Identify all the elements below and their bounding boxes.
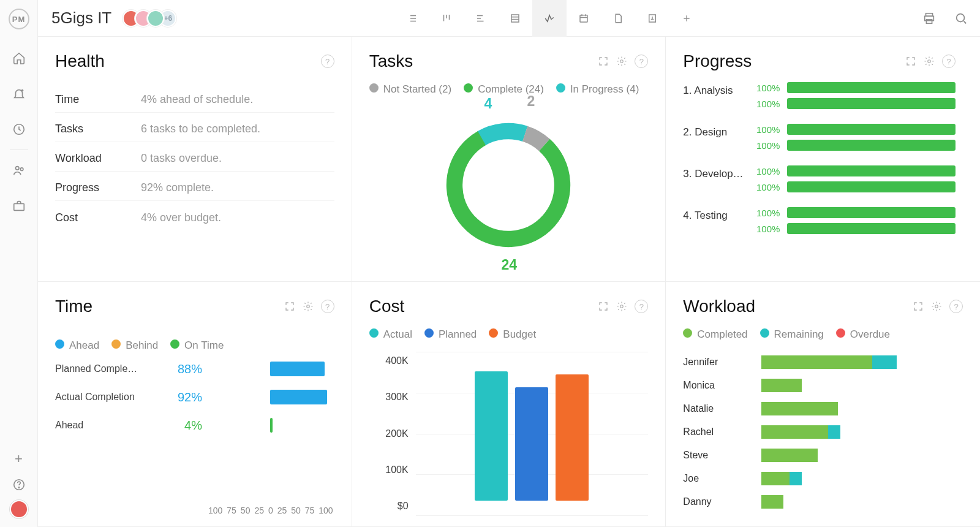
panel-title-workload: Workload	[683, 297, 913, 316]
progress-pct: 100%	[750, 140, 780, 151]
expand-icon[interactable]	[598, 56, 609, 67]
workload-seg	[872, 355, 896, 369]
health-row: Workload0 tasks overdue.	[55, 146, 334, 172]
svg-point-18	[928, 60, 931, 63]
panel-title-tasks: Tasks	[369, 51, 598, 71]
help-icon[interactable]: ?	[635, 55, 648, 68]
workload-row: Natalie	[683, 397, 963, 420]
svg-point-21	[935, 305, 938, 308]
view-board-icon[interactable]	[429, 0, 464, 37]
panel-health: Health ? Time4% ahead of schedule.Tasks6…	[38, 37, 352, 282]
help-icon[interactable]: ?	[635, 300, 648, 313]
gear-icon[interactable]	[616, 301, 627, 312]
health-label: Workload	[55, 152, 141, 165]
view-switcher	[189, 0, 910, 37]
health-row: Progress92% complete.	[55, 175, 334, 201]
expand-icon[interactable]	[598, 301, 609, 312]
health-value: 6 tasks to be completed.	[141, 123, 260, 135]
legend-item: Actual	[369, 328, 412, 341]
team-icon[interactable]	[11, 162, 27, 178]
workload-name: Jennifer	[683, 357, 761, 368]
progress-row: 1. Analysis100%100%	[683, 82, 956, 109]
time-row: Actual Completion92%	[55, 389, 332, 406]
gear-icon[interactable]	[303, 301, 314, 312]
time-bar	[270, 418, 273, 433]
axis-tick: 75	[305, 506, 315, 515]
expand-icon[interactable]	[913, 301, 924, 312]
y-tick: 300K	[385, 392, 408, 403]
health-value: 4% ahead of schedule.	[141, 93, 253, 106]
progress-pct: 100%	[750, 124, 780, 135]
panel-title-progress: Progress	[683, 51, 905, 71]
workload-row: Joe	[683, 467, 963, 490]
help-icon[interactable]: ?	[949, 300, 963, 313]
briefcase-icon[interactable]	[11, 198, 27, 214]
view-gantt-icon[interactable]	[464, 0, 498, 37]
home-icon[interactable]	[11, 50, 27, 66]
progress-bar	[787, 124, 956, 135]
progress-name: 4. Testing	[683, 207, 750, 222]
gear-icon[interactable]	[616, 56, 627, 67]
health-label: Time	[55, 93, 141, 106]
print-icon[interactable]	[922, 12, 936, 25]
health-value: 4% over budget.	[141, 211, 221, 224]
help-icon[interactable]: ?	[942, 55, 956, 68]
member-avatars[interactable]: +6	[127, 10, 176, 27]
time-row-label: Planned Comple…	[55, 363, 153, 374]
time-row-pct: 4%	[153, 419, 202, 433]
cost-bar	[556, 374, 589, 501]
time-bar	[270, 362, 325, 376]
progress-bar	[787, 181, 956, 192]
add-button[interactable]: +	[15, 451, 23, 467]
legend-item: Remaining	[760, 328, 824, 341]
view-list-icon[interactable]	[395, 0, 429, 37]
gear-icon[interactable]	[931, 301, 942, 312]
progress-bar	[787, 98, 956, 109]
view-file-icon[interactable]	[601, 0, 635, 37]
axis-tick: 50	[241, 506, 251, 515]
health-label: Tasks	[55, 123, 141, 135]
workload-name: Natalie	[683, 403, 761, 414]
expand-icon[interactable]	[905, 56, 916, 67]
app-logo[interactable]: PM	[9, 9, 29, 29]
workload-seg	[761, 449, 818, 462]
tasks-donut: 4224	[369, 99, 649, 270]
progress-bar	[787, 207, 956, 218]
y-tick: 200K	[385, 428, 408, 439]
project-title: 5Gigs IT	[51, 9, 111, 28]
svg-point-6	[18, 487, 19, 488]
axis-tick: 100	[318, 506, 333, 515]
svg-point-3	[20, 168, 23, 171]
clock-icon[interactable]	[11, 121, 27, 137]
search-icon[interactable]	[954, 12, 968, 25]
workload-row: Jennifer	[683, 351, 963, 374]
legend-item: In Progress (4)	[556, 83, 639, 96]
time-row: Ahead4%	[55, 417, 332, 434]
donut-value: 4	[484, 96, 492, 112]
view-dashboard-icon[interactable]	[532, 0, 567, 37]
view-report-icon[interactable]	[635, 0, 669, 37]
gear-icon[interactable]	[924, 56, 935, 67]
bell-icon[interactable]	[11, 86, 27, 102]
health-value: 0 tasks overdue.	[141, 152, 222, 165]
help-icon[interactable]	[12, 478, 26, 491]
progress-bar	[787, 82, 956, 93]
legend-item: Budget	[489, 328, 536, 341]
health-label: Cost	[55, 211, 141, 224]
axis-tick: 50	[291, 506, 301, 515]
progress-pct: 100%	[750, 208, 780, 218]
progress-bar	[787, 223, 956, 234]
help-icon[interactable]: ?	[321, 300, 334, 313]
progress-row: 3. Develop…100%100%	[683, 165, 956, 192]
workload-row: Monica	[683, 374, 963, 397]
legend-item: Ahead	[55, 339, 99, 352]
progress-name: 3. Develop…	[683, 165, 750, 180]
view-calendar-icon[interactable]	[567, 0, 601, 37]
user-avatar[interactable]	[10, 500, 28, 518]
view-add-icon[interactable]	[669, 0, 704, 37]
view-sheet-icon[interactable]	[498, 0, 532, 37]
workload-seg	[761, 379, 802, 392]
expand-icon[interactable]	[284, 301, 295, 312]
svg-rect-12	[926, 19, 932, 23]
help-icon[interactable]: ?	[321, 55, 334, 68]
